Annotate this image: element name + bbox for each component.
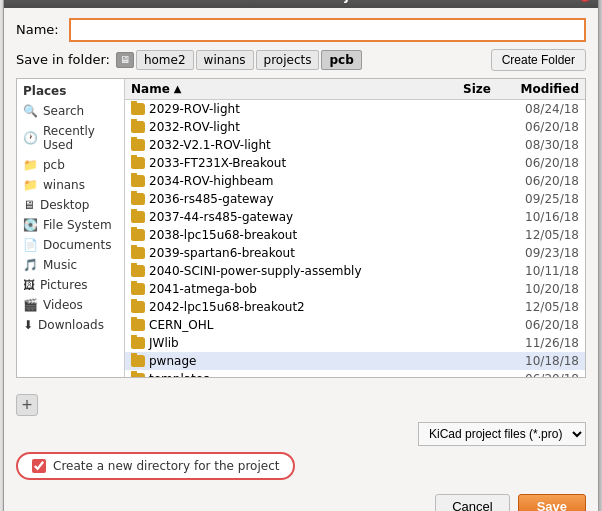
breadcrumb-winans[interactable]: winans	[196, 50, 254, 70]
bottom-bar: + KiCad project files (*.pro) Create a n…	[4, 388, 598, 488]
cancel-button[interactable]: Cancel	[435, 494, 509, 512]
breadcrumb-bar: 🖥 home2 winans projects pcb	[116, 50, 485, 70]
file-name-cell: JWlib	[125, 335, 440, 351]
places-search-label: Search	[43, 104, 84, 118]
file-name-cell: CERN_OHL	[125, 317, 440, 333]
file-size-cell	[440, 126, 495, 128]
table-row[interactable]: 2036-rs485-gateway 09/25/18	[125, 190, 585, 208]
folder-icon	[131, 247, 145, 259]
places-videos-label: Videos	[43, 298, 83, 312]
folder-icon	[131, 157, 145, 169]
file-modified-cell: 06/20/18	[495, 371, 585, 377]
places-item-recently-used[interactable]: 🕐 Recently Used	[17, 121, 124, 155]
table-row[interactable]: 2039-spartan6-breakout 09/23/18	[125, 244, 585, 262]
save-in-folder-label: Save in folder:	[16, 52, 110, 67]
folder-icon	[131, 301, 145, 313]
files-header-size[interactable]: Size	[440, 79, 495, 99]
file-modified-cell: 08/30/18	[495, 137, 585, 153]
places-pictures-label: Pictures	[40, 278, 88, 292]
file-name: 2033-FT231X-Breakout	[149, 156, 286, 170]
file-name: pwnage	[149, 354, 196, 368]
file-name: templates	[149, 372, 209, 377]
action-row: Cancel Save	[4, 488, 598, 512]
breadcrumb-home2[interactable]: home2	[136, 50, 194, 70]
save-button[interactable]: Save	[518, 494, 586, 512]
file-modified-cell: 12/05/18	[495, 227, 585, 243]
breadcrumb-projects[interactable]: projects	[256, 50, 320, 70]
places-item-music[interactable]: 🎵 Music	[17, 255, 124, 275]
table-row[interactable]: CERN_OHL 06/20/18	[125, 316, 585, 334]
create-new-project-dialog: Create New Project × Name: Save in folde…	[3, 0, 599, 511]
places-item-pcb[interactable]: 📁 pcb	[17, 155, 124, 175]
file-size-cell	[440, 216, 495, 218]
file-name-cell: 2041-atmega-bob	[125, 281, 440, 297]
file-size-cell	[440, 162, 495, 164]
music-icon: 🎵	[23, 258, 38, 272]
file-name-cell: pwnage	[125, 353, 440, 369]
file-modified-cell: 09/23/18	[495, 245, 585, 261]
places-recently-used-label: Recently Used	[43, 124, 118, 152]
file-name: 2039-spartan6-breakout	[149, 246, 295, 260]
filesystem-icon: 💽	[23, 218, 38, 232]
home-icon[interactable]: 🖥	[116, 52, 134, 68]
filter-row: KiCad project files (*.pro)	[16, 422, 586, 446]
file-name: 2032-ROV-light	[149, 120, 240, 134]
file-name-cell: 2042-lpc15u68-breakout2	[125, 299, 440, 315]
breadcrumb-pcb[interactable]: pcb	[321, 50, 361, 70]
table-row[interactable]: 2038-lpc15u68-breakout 12/05/18	[125, 226, 585, 244]
places-item-documents[interactable]: 📄 Documents	[17, 235, 124, 255]
places-item-videos[interactable]: 🎬 Videos	[17, 295, 124, 315]
name-input[interactable]	[69, 18, 586, 42]
table-row[interactable]: templates 06/20/18	[125, 370, 585, 377]
file-modified-cell: 12/05/18	[495, 299, 585, 315]
table-row[interactable]: 2033-FT231X-Breakout 06/20/18	[125, 154, 585, 172]
file-size-cell	[440, 342, 495, 344]
places-item-pictures[interactable]: 🖼 Pictures	[17, 275, 124, 295]
places-item-winans[interactable]: 📁 winans	[17, 175, 124, 195]
file-name-cell: 2039-spartan6-breakout	[125, 245, 440, 261]
table-row[interactable]: 2037-44-rs485-gateway 10/16/18	[125, 208, 585, 226]
folder-row: Save in folder: 🖥 home2 winans projects …	[16, 49, 586, 71]
files-header-name[interactable]: Name ▲	[125, 79, 440, 99]
table-row[interactable]: pwnage 10/18/18	[125, 352, 585, 370]
close-button[interactable]: ×	[578, 0, 592, 2]
places-item-downloads[interactable]: ⬇ Downloads	[17, 315, 124, 335]
add-location-button[interactable]: +	[16, 394, 38, 416]
file-name-cell: 2033-FT231X-Breakout	[125, 155, 440, 171]
file-modified-cell: 10/20/18	[495, 281, 585, 297]
dialog-title: Create New Project	[230, 0, 371, 3]
places-item-desktop[interactable]: 🖥 Desktop	[17, 195, 124, 215]
downloads-icon: ⬇	[23, 318, 33, 332]
table-row[interactable]: 2032-V2.1-ROV-light 08/30/18	[125, 136, 585, 154]
places-item-filesystem[interactable]: 💽 File System	[17, 215, 124, 235]
file-name-cell: 2037-44-rs485-gateway	[125, 209, 440, 225]
file-name-cell: 2032-ROV-light	[125, 119, 440, 135]
table-row[interactable]: JWlib 11/26/18	[125, 334, 585, 352]
table-row[interactable]: 2032-ROV-light 06/20/18	[125, 118, 585, 136]
file-modified-cell: 10/16/18	[495, 209, 585, 225]
file-modified-cell: 11/26/18	[495, 335, 585, 351]
table-row[interactable]: 2042-lpc15u68-breakout2 12/05/18	[125, 298, 585, 316]
create-directory-checkbox[interactable]	[32, 459, 46, 473]
table-row[interactable]: 2041-atmega-bob 10/20/18	[125, 280, 585, 298]
table-row[interactable]: 2029-ROV-light 08/24/18	[125, 100, 585, 118]
folder-icon	[131, 337, 145, 349]
file-size-cell	[440, 270, 495, 272]
table-row[interactable]: 2040-SCINI-power-supply-assembly 10/11/1…	[125, 262, 585, 280]
file-name-cell: 2034-ROV-highbeam	[125, 173, 440, 189]
desktop-icon: 🖥	[23, 198, 35, 212]
create-folder-button[interactable]: Create Folder	[491, 49, 586, 71]
name-label: Name:	[16, 22, 61, 37]
files-header: Name ▲ Size Modified	[125, 79, 585, 100]
file-name: 2032-V2.1-ROV-light	[149, 138, 271, 152]
recently-used-icon: 🕐	[23, 131, 38, 145]
files-header-modified[interactable]: Modified	[495, 79, 585, 99]
file-size-cell	[440, 108, 495, 110]
file-type-filter[interactable]: KiCad project files (*.pro)	[418, 422, 586, 446]
places-item-search[interactable]: 🔍 Search	[17, 101, 124, 121]
files-panel: Name ▲ Size Modified 2029-ROV-light 08/2…	[125, 79, 585, 377]
file-modified-cell: 08/24/18	[495, 101, 585, 117]
table-row[interactable]: 2034-ROV-highbeam 06/20/18	[125, 172, 585, 190]
pictures-icon: 🖼	[23, 278, 35, 292]
title-bar: Create New Project ×	[4, 0, 598, 8]
